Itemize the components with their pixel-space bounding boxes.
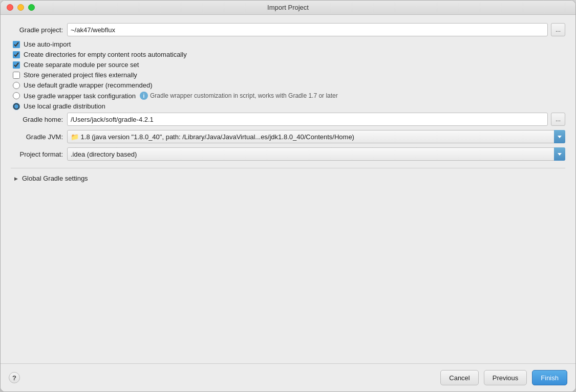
import-project-window: Import Project Gradle project: ... Use a…: [0, 0, 576, 392]
use-auto-import-checkbox[interactable]: [13, 41, 20, 48]
help-button[interactable]: ?: [9, 372, 20, 383]
create-directories-label[interactable]: Create directories for empty content roo…: [24, 51, 187, 58]
create-module-row: Create separate module per source set: [11, 61, 565, 69]
gradle-jvm-label: Gradle JVM:: [11, 133, 67, 141]
store-generated-label[interactable]: Store generated project files externally: [24, 71, 137, 79]
project-format-label: Project format:: [11, 150, 67, 158]
window-title: Import Project: [267, 4, 309, 11]
use-local-gradle-radio[interactable]: [13, 103, 20, 110]
store-generated-row: Store generated project files externally: [11, 71, 565, 79]
gradle-jvm-row: Gradle JVM: 📁 1.8 (java version "1.8.0_4…: [11, 130, 565, 143]
gradle-home-row: Gradle home: ...: [11, 113, 565, 126]
global-settings-label: Global Gradle settings: [22, 175, 88, 182]
project-format-select-wrapper: .idea (directory based) .ipr (file based…: [67, 147, 565, 161]
gradle-project-input-wrapper: ...: [67, 23, 565, 36]
info-icon[interactable]: i: [140, 92, 148, 100]
gradle-project-row: Gradle project: ...: [11, 23, 565, 36]
gradle-home-input[interactable]: [67, 113, 548, 126]
gradle-project-input[interactable]: [67, 23, 548, 36]
title-bar: Import Project: [1, 1, 575, 15]
wrapper-info-text: Gradle wrapper customization in script, …: [150, 92, 338, 99]
main-content: Gradle project: ... Use auto-import Crea…: [1, 15, 575, 363]
gradle-home-label: Gradle home:: [11, 116, 67, 123]
create-directories-row: Create directories for empty content roo…: [11, 51, 565, 58]
minimize-button[interactable]: [17, 4, 24, 11]
footer: ? Cancel Previous Finish: [1, 363, 575, 391]
maximize-button[interactable]: [28, 4, 35, 11]
use-auto-import-row: Use auto-import: [11, 40, 565, 48]
finish-button[interactable]: Finish: [532, 370, 567, 385]
use-default-wrapper-label[interactable]: Use default gradle wrapper (recommended): [24, 81, 152, 89]
use-local-gradle-row: Use local gradle distribution: [11, 102, 565, 110]
use-wrapper-task-radio[interactable]: [13, 92, 20, 99]
use-auto-import-label[interactable]: Use auto-import: [24, 40, 71, 48]
create-directories-checkbox[interactable]: [13, 51, 20, 58]
previous-button[interactable]: Previous: [484, 370, 527, 385]
gradle-project-label: Gradle project:: [11, 26, 67, 34]
window-controls: [7, 4, 35, 11]
create-module-label[interactable]: Create separate module per source set: [24, 61, 139, 69]
use-wrapper-task-row: Use gradle wrapper task configuration i …: [11, 92, 565, 100]
gradle-jvm-select-wrapper: 📁 1.8 (java version "1.8.0_40", path: /L…: [67, 130, 565, 143]
footer-actions: Cancel Previous Finish: [440, 370, 567, 385]
gradle-jvm-select[interactable]: 📁 1.8 (java version "1.8.0_40", path: /L…: [67, 130, 565, 143]
use-local-gradle-label[interactable]: Use local gradle distribution: [24, 102, 105, 110]
global-gradle-settings-row[interactable]: Global Gradle settings: [11, 171, 565, 185]
gradle-project-browse-button[interactable]: ...: [551, 23, 565, 36]
use-default-wrapper-row: Use default gradle wrapper (recommended): [11, 81, 565, 89]
project-format-select[interactable]: .idea (directory based) .ipr (file based…: [67, 147, 565, 161]
gradle-home-input-wrapper: ...: [67, 113, 565, 126]
use-wrapper-task-label[interactable]: Use gradle wrapper task configuration: [24, 92, 136, 100]
gradle-home-browse-button[interactable]: ...: [551, 113, 565, 126]
close-button[interactable]: [7, 4, 13, 11]
project-format-row: Project format: .idea (directory based) …: [11, 147, 565, 161]
cancel-button[interactable]: Cancel: [440, 370, 478, 385]
collapse-arrow-icon: [13, 176, 19, 182]
use-default-wrapper-radio[interactable]: [13, 82, 20, 89]
section-divider: [11, 168, 565, 168]
create-module-checkbox[interactable]: [13, 61, 20, 69]
store-generated-checkbox[interactable]: [13, 72, 20, 79]
content-spacer: [11, 185, 565, 363]
